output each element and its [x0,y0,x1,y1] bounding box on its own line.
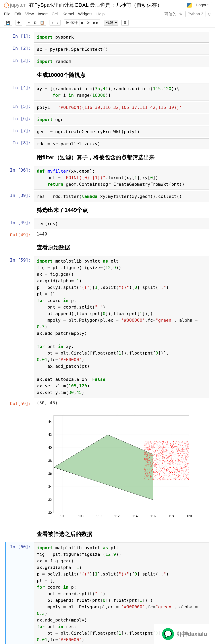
svg-point-1441 [156,480,156,480]
svg-point-362 [177,454,177,454]
add-cell-button[interactable]: ✚ [16,20,22,26]
svg-point-1493 [145,472,145,472]
svg-point-1613 [152,443,152,443]
md-cell[interactable]: 用filter（过滤）算子，将被包含的点都筛选出来 [6,150,209,164]
code-cell[interactable]: In [4]:xy = [(random.uniform(35,41),rand… [6,83,209,101]
paste-button[interactable]: 📋 [38,20,46,26]
restart-button[interactable]: ⟳ [85,20,92,26]
plot-cell[interactable]: 1061081101121141161181203032343638404244 [6,409,209,526]
svg-point-417 [173,465,173,466]
svg-point-2884 [161,472,162,473]
menu-kernel[interactable]: Kernel [62,12,74,16]
copy-button[interactable]: ⧉ [32,20,38,26]
cell-type-select[interactable]: 代码 [104,20,118,26]
svg-point-1125 [170,475,170,475]
svg-point-558 [162,480,163,480]
cell-content[interactable]: xy = [(random.uniform(35,41),random.unif… [34,83,209,101]
cell-content[interactable]: import matplotlib.pyplot as plt fig = pl… [34,256,209,398]
svg-point-721 [152,455,152,456]
menu-edit[interactable]: Edit [14,12,21,16]
svg-point-2385 [163,458,163,458]
svg-point-200 [169,477,169,478]
run-button[interactable]: ▶ 运行 [64,20,80,26]
output-cell[interactable]: Out[59]:(30, 45) [6,399,209,408]
svg-point-919 [146,471,146,471]
cell-content[interactable]: rdd = sc.parallelize(xy) [34,138,209,149]
menu-help[interactable]: Help [96,12,104,16]
menu-file[interactable]: File [4,12,10,16]
svg-point-2731 [182,442,182,442]
menu-cell[interactable]: Cell [52,12,58,16]
save-button[interactable]: 💾 [4,20,12,26]
svg-point-73 [181,457,181,457]
cell-content[interactable]: def myfilter(xy,geom): pnt = "POINT({0} … [34,166,209,190]
cell-content[interactable]: len(res) [34,218,209,229]
command-palette-button[interactable]: ⌘ [122,20,128,26]
svg-point-2471 [182,464,182,464]
output-cell[interactable]: Out[49]:1449 [6,230,209,239]
svg-point-1163 [148,448,148,449]
kernel-name[interactable]: Python 3 [185,11,206,17]
cell-content[interactable]: sc = pyspark.SparkContext() [34,44,209,55]
svg-point-457 [157,459,158,459]
trusted-label[interactable]: 可信的 [164,11,176,17]
notebook-name[interactable]: 在PySpark里面计算GDAL 最后也是：几秒前（自动保存） [29,2,162,8]
md-cell[interactable]: 生成10000个随机点 [6,68,209,82]
svg-point-2779 [168,476,169,476]
code-cell[interactable]: In [2]:sc = pyspark.SparkContext() [6,44,209,55]
code-cell[interactable]: In [5]:poly1 = 'POLYGON((116 39,116 32,1… [6,102,209,113]
svg-point-1199 [174,456,175,457]
svg-point-2371 [163,451,163,451]
menu-insert[interactable]: Insert [38,12,48,16]
cell-content[interactable]: import pyspark [34,32,209,42]
run-all-button[interactable]: ▶▶ [91,20,100,26]
svg-point-336 [144,478,144,479]
move-up-button[interactable]: ↑ [50,20,55,26]
svg-point-1498 [187,442,187,442]
cell-content[interactable]: geom = ogr.CreateGeometryFromWkt(poly1) [34,126,209,137]
code-cell[interactable]: In [3]:import random [6,56,209,67]
code-cell[interactable]: In [59]:import matplotlib.pyplot as plt … [6,256,209,398]
wechat-icon [162,628,174,640]
svg-point-2635 [160,468,160,468]
jupyter-logo[interactable]: jupyter [4,2,26,8]
svg-point-2528 [186,477,186,477]
svg-point-1207 [154,444,154,444]
code-cell[interactable]: In [39]:res = rdd.filter(lambda xy:myfil… [6,191,209,202]
svg-point-1936 [172,452,173,453]
svg-point-2595 [174,454,174,454]
code-cell[interactable]: In [6]:import ogr [6,114,209,125]
md-cell[interactable]: 查看原始数据 [6,240,209,254]
svg-point-1056 [186,461,186,461]
md-cell[interactable]: 筛选出来了1449个点 [6,203,209,217]
cell-content: 查看被筛选之后的数据 [34,527,209,541]
svg-point-977 [171,458,172,459]
svg-point-1481 [161,460,161,460]
svg-point-1975 [155,450,156,450]
svg-point-578 [157,462,158,462]
code-cell[interactable]: In [36]:def myfilter(xy,geom): pnt = "PO… [6,166,209,190]
svg-point-987 [148,447,148,447]
cut-button[interactable]: ✂ [26,20,32,26]
move-down-button[interactable]: ↓ [55,20,60,26]
cell-content[interactable]: import random [34,56,209,67]
menu-view[interactable]: View [25,12,34,16]
svg-point-188 [176,443,177,443]
edit-icon[interactable]: ✎ [179,12,182,16]
svg-point-1436 [184,472,184,473]
menu-widgets[interactable]: Widgets [78,12,92,16]
stop-button[interactable]: ■ [79,20,85,26]
svg-point-2793 [149,442,149,442]
code-cell[interactable]: In [8]:rdd = sc.parallelize(xy) [6,138,209,149]
cell-content[interactable]: poly1 = 'POLYGON((116 39,116 32,105 37,1… [34,102,209,113]
code-cell[interactable]: In [1]:import pyspark [6,32,209,42]
svg-point-319 [147,462,148,462]
code-cell[interactable]: In [49]:len(res) [6,218,209,229]
svg-point-2754 [178,454,178,454]
logout-button[interactable]: Logout [194,2,211,8]
code-cell[interactable]: In [7]:geom = ogr.CreateGeometryFromWkt(… [6,126,209,137]
cell-content[interactable]: res = rdd.filter(lambda xy:myfilter(xy,g… [34,191,209,202]
md-cell[interactable]: 查看被筛选之后的数据 [6,527,209,541]
cell-content[interactable]: import ogr [34,114,209,125]
svg-point-216 [164,448,164,448]
